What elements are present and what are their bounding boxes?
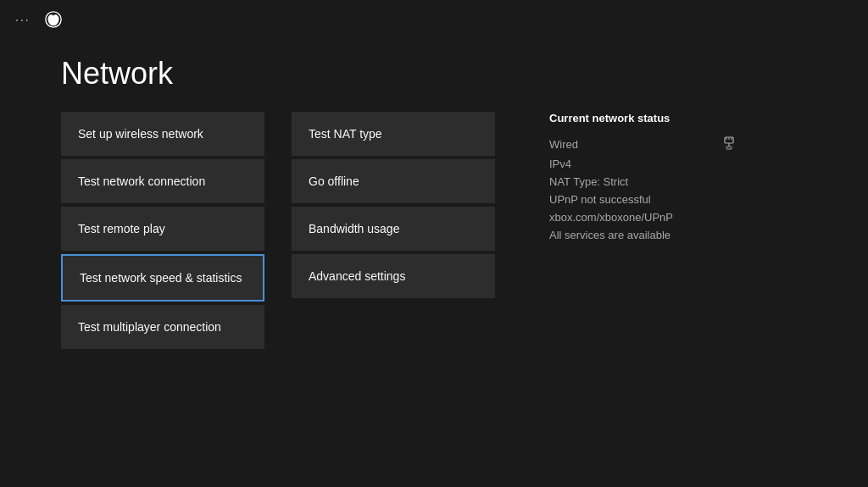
btn-test-multiplayer[interactable]: Test multiplayer connection — [61, 305, 264, 349]
status-services: All services are available — [549, 229, 736, 241]
status-panel: Current network status Wired IPv4 NAT Ty… — [549, 112, 736, 349]
status-nat-label: NAT Type: Strict — [549, 175, 628, 188]
btn-setup-wireless[interactable]: Set up wireless network — [61, 112, 264, 156]
right-menu: Test NAT type Go offline Bandwidth usage… — [292, 112, 495, 349]
left-menu: Set up wireless network Test network con… — [61, 112, 264, 349]
status-services-label: All services are available — [549, 229, 670, 241]
btn-test-network-connection[interactable]: Test network connection — [61, 159, 264, 203]
btn-test-network-speed[interactable]: Test network speed & statistics — [61, 254, 264, 302]
page-title: Network — [0, 39, 868, 112]
status-ipv4: IPv4 — [549, 158, 736, 170]
status-upnp: UPnP not successful — [549, 193, 736, 206]
status-upnp-label: UPnP not successful — [549, 193, 651, 206]
top-bar: ··· — [0, 0, 868, 39]
status-wired-label: Wired — [549, 138, 578, 151]
status-upnp-link: xbox.com/xboxone/UPnP — [549, 211, 736, 224]
xbox-logo-icon — [44, 10, 63, 29]
btn-bandwidth-usage[interactable]: Bandwidth usage — [292, 207, 495, 251]
status-wired: Wired — [549, 136, 736, 152]
ethernet-icon — [722, 136, 736, 152]
btn-go-offline[interactable]: Go offline — [292, 159, 495, 203]
status-ipv4-label: IPv4 — [549, 158, 571, 170]
btn-advanced-settings[interactable]: Advanced settings — [292, 254, 495, 298]
status-upnp-link-label: xbox.com/xboxone/UPnP — [549, 211, 673, 224]
menu-dots-icon[interactable]: ··· — [15, 13, 31, 26]
btn-test-remote-play[interactable]: Test remote play — [61, 207, 264, 251]
svg-rect-6 — [726, 147, 732, 149]
status-nat-type: NAT Type: Strict — [549, 175, 736, 188]
btn-test-nat[interactable]: Test NAT type — [292, 112, 495, 156]
status-panel-title: Current network status — [549, 112, 736, 125]
content-area: Set up wireless network Test network con… — [0, 112, 868, 349]
